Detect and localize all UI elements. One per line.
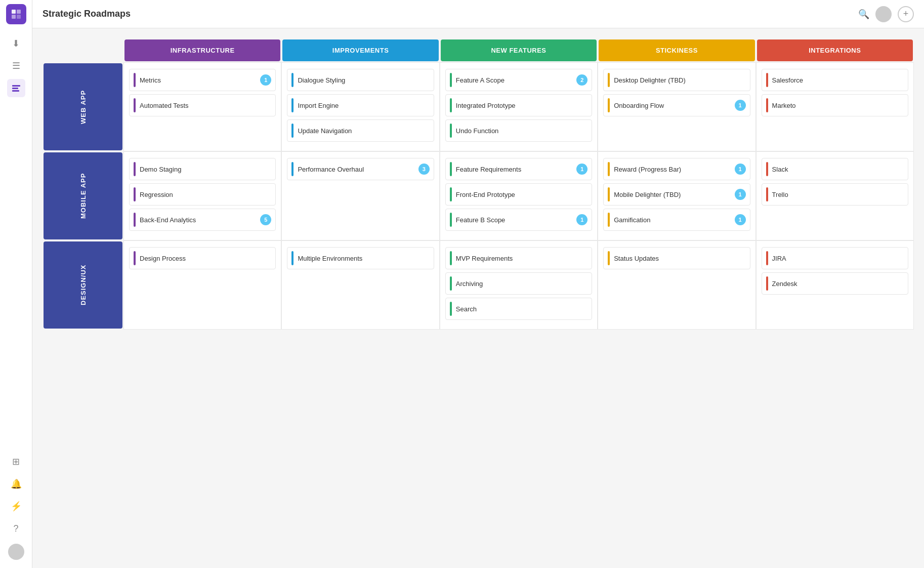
cell-r1-c3: Reward (Progress Bar)1Mobile Delighter (… — [598, 151, 755, 240]
card[interactable]: Feature A Scope2 — [445, 69, 592, 91]
card-color-bar — [450, 124, 452, 138]
col-header-0[interactable]: INFRASTRUCTURE — [124, 39, 280, 61]
cell-r2-c4: JIRAZendesk — [756, 240, 914, 330]
svg-rect-0 — [12, 10, 16, 14]
help-icon[interactable]: ? — [7, 519, 25, 538]
card-color-bar — [450, 302, 452, 316]
card[interactable]: Feature B Scope1 — [445, 209, 592, 231]
row-header-0[interactable]: WEB APP — [44, 63, 122, 150]
card-left: Reward (Progress Bar) — [608, 162, 681, 176]
card-color-bar — [608, 162, 610, 176]
cell-r1-c2: Feature Requirements1Front-End Prototype… — [440, 151, 598, 240]
card[interactable]: Integrated Prototype — [445, 94, 592, 116]
cell-r0-c3: Desktop Delighter (TBD)Onboarding Flow1 — [598, 62, 755, 151]
card[interactable]: Back-End Analytics5 — [129, 209, 276, 231]
card[interactable]: Archiving — [445, 272, 592, 295]
card[interactable]: Update Navigation — [287, 119, 434, 142]
card[interactable]: Desktop Delighter (TBD) — [603, 69, 750, 91]
card[interactable]: Zendesk — [762, 272, 908, 295]
card[interactable]: Undo Function — [445, 119, 592, 142]
card-color-bar — [134, 187, 136, 201]
card-color-bar — [766, 98, 768, 112]
bell-icon[interactable]: 🔔 — [7, 475, 25, 493]
card-left: Metrics — [134, 73, 161, 87]
cell-r1-c0: Demo StagingRegressionBack-End Analytics… — [123, 151, 281, 240]
search-icon[interactable]: 🔍 — [858, 9, 869, 20]
user-avatar[interactable] — [8, 544, 24, 560]
card[interactable]: Status Updates — [603, 247, 750, 269]
card-label: JIRA — [772, 255, 786, 262]
cell-r0-c2: Feature A Scope2Integrated PrototypeUndo… — [440, 62, 598, 151]
image-icon[interactable]: ⊞ — [7, 453, 25, 471]
card[interactable]: Import Engine — [287, 94, 434, 116]
card-color-bar — [608, 73, 610, 87]
card[interactable]: Design Process — [129, 247, 276, 269]
card-badge: 2 — [576, 74, 587, 86]
col-header-4[interactable]: INTEGRATIONS — [757, 39, 913, 61]
row-header-1[interactable]: MOBILE APP — [44, 152, 122, 239]
card[interactable]: Marketo — [762, 94, 908, 116]
card[interactable]: Metrics1 — [129, 69, 276, 91]
card-label: Status Updates — [614, 255, 659, 262]
card-label: Archiving — [456, 280, 483, 288]
bolt-icon[interactable]: ⚡ — [7, 497, 25, 515]
add-button[interactable]: + — [898, 6, 914, 22]
card-label: Performance Overhaul — [298, 166, 364, 173]
col-header-1[interactable]: IMPROVEMENTS — [282, 39, 438, 61]
card-color-bar — [766, 187, 768, 201]
card-color-bar — [766, 73, 768, 87]
svg-rect-4 — [12, 85, 20, 87]
card[interactable]: Salesforce — [762, 69, 908, 91]
cell-r1-c1: Performance Overhaul3 — [281, 151, 439, 240]
card[interactable]: Gamification1 — [603, 209, 750, 231]
card-left: Multiple Environments — [291, 251, 362, 265]
card[interactable]: Reward (Progress Bar)1 — [603, 158, 750, 180]
card-left: Front-End Prototype — [450, 187, 515, 201]
card[interactable]: Demo Staging — [129, 158, 276, 180]
card-color-bar — [608, 251, 610, 265]
card[interactable]: Performance Overhaul3 — [287, 158, 434, 180]
card-label: Mobile Delighter (TBD) — [614, 191, 681, 198]
card[interactable]: Regression — [129, 183, 276, 206]
card-left: Integrated Prototype — [450, 98, 516, 112]
card-left: Onboarding Flow — [608, 98, 664, 112]
list-icon[interactable]: ☰ — [7, 57, 25, 75]
card[interactable]: Onboarding Flow1 — [603, 94, 750, 116]
card-color-bar — [134, 73, 136, 87]
roadmap-icon[interactable] — [7, 79, 25, 97]
card-left: Performance Overhaul — [291, 162, 364, 176]
card-left: Demo Staging — [134, 162, 181, 176]
app-logo[interactable] — [6, 4, 26, 24]
card[interactable]: Multiple Environments — [287, 247, 434, 269]
card[interactable]: JIRA — [762, 247, 908, 269]
card-left: Status Updates — [608, 251, 659, 265]
card-left: Design Process — [134, 251, 186, 265]
card-badge: 1 — [576, 214, 587, 225]
card-badge: 1 — [735, 164, 746, 175]
card[interactable]: Dialogue Styling — [287, 69, 434, 91]
card[interactable]: Search — [445, 298, 592, 320]
download-icon[interactable]: ⬇ — [7, 34, 25, 53]
card-color-bar — [608, 187, 610, 201]
card-label: Design Process — [140, 255, 186, 262]
card-left: Automated Tests — [134, 98, 189, 112]
card[interactable]: MVP Requirements — [445, 247, 592, 269]
card-color-bar — [134, 98, 136, 112]
card-left: Undo Function — [450, 124, 499, 138]
svg-rect-6 — [12, 90, 19, 92]
col-header-2[interactable]: NEW FEATURES — [441, 39, 597, 61]
card-left: Zendesk — [766, 276, 797, 291]
card[interactable]: Mobile Delighter (TBD)1 — [603, 183, 750, 206]
card[interactable]: Trello — [762, 183, 908, 206]
card[interactable]: Feature Requirements1 — [445, 158, 592, 180]
sidebar: ⬇ ☰ ⊞ 🔔 ⚡ ? — [0, 0, 32, 568]
card[interactable]: Slack — [762, 158, 908, 180]
card[interactable]: Front-End Prototype — [445, 183, 592, 206]
card-left: Import Engine — [291, 98, 339, 112]
col-header-3[interactable]: STICKINESS — [599, 39, 754, 61]
row-header-2[interactable]: DESIGN/UX — [44, 241, 122, 329]
user-avatar-header[interactable] — [875, 6, 892, 22]
main-content: Strategic Roadmaps 🔍 + INFRASTRUCTUREIMP… — [32, 0, 924, 568]
card-badge: 1 — [735, 214, 746, 225]
card[interactable]: Automated Tests — [129, 94, 276, 116]
